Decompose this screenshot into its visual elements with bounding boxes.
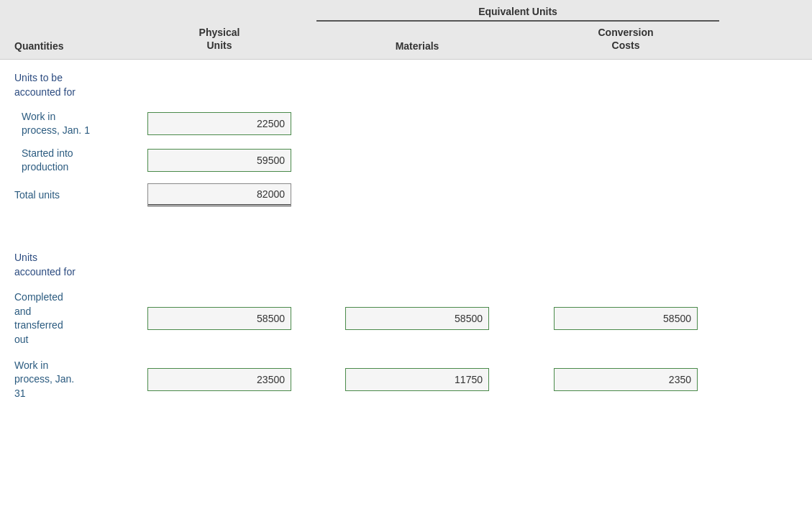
- wip-jan1-label: Work in process, Jan. 1: [0, 110, 129, 138]
- completed-physical-cell: [129, 307, 309, 330]
- wip-jan31-label: Work in process, Jan. 31: [0, 359, 129, 401]
- table-body: Units to be accounted for Work in proces…: [0, 60, 812, 406]
- units-accounted-section-label: Units accounted for: [0, 239, 812, 285]
- total-units-physical-cell: [129, 183, 309, 206]
- started-production-physical-input[interactable]: [147, 149, 291, 172]
- started-production-row: Started into production: [0, 142, 812, 179]
- completed-physical-input[interactable]: [147, 307, 291, 330]
- equivalent-units-header: Equivalent Units: [316, 6, 719, 22]
- total-units-row: Total units: [0, 179, 812, 211]
- started-production-label: Started into production: [0, 147, 129, 175]
- total-units-physical-input[interactable]: [147, 183, 291, 206]
- units-to-be-section-label: Units to be accounted for: [0, 60, 812, 105]
- wip-jan31-physical-cell: [129, 368, 309, 391]
- completed-materials-cell: [309, 307, 525, 330]
- main-table: Equivalent Units Quantities Physical Uni…: [0, 0, 812, 532]
- started-production-physical-cell: [129, 149, 309, 172]
- wip-jan1-row: Work in process, Jan. 1: [0, 106, 812, 142]
- wip-jan1-physical-cell: [129, 112, 309, 135]
- completed-conversion-input[interactable]: [554, 307, 698, 330]
- wip-jan31-conversion-cell: [525, 368, 726, 391]
- wip-jan31-materials-input[interactable]: [345, 368, 489, 391]
- wip-jan31-physical-input[interactable]: [147, 368, 291, 391]
- completed-transferred-label: Completed and transferred out: [0, 290, 129, 347]
- total-units-label: Total units: [0, 189, 129, 201]
- quantities-column-header: Quantities: [0, 40, 129, 52]
- conversion-costs-column-header: Conversion Costs: [525, 26, 726, 52]
- wip-jan1-physical-input[interactable]: [147, 112, 291, 135]
- wip-jan31-materials-cell: [309, 368, 525, 391]
- materials-column-header: Materials: [309, 40, 525, 52]
- table-header: Equivalent Units Quantities Physical Uni…: [0, 0, 812, 60]
- completed-transferred-row: Completed and transferred out: [0, 285, 812, 352]
- wip-jan31-row: Work in process, Jan. 31: [0, 353, 812, 407]
- completed-materials-input[interactable]: [345, 307, 489, 330]
- physical-units-column-header: Physical Units: [129, 26, 309, 52]
- completed-conversion-cell: [525, 307, 726, 330]
- wip-jan31-conversion-input[interactable]: [554, 368, 698, 391]
